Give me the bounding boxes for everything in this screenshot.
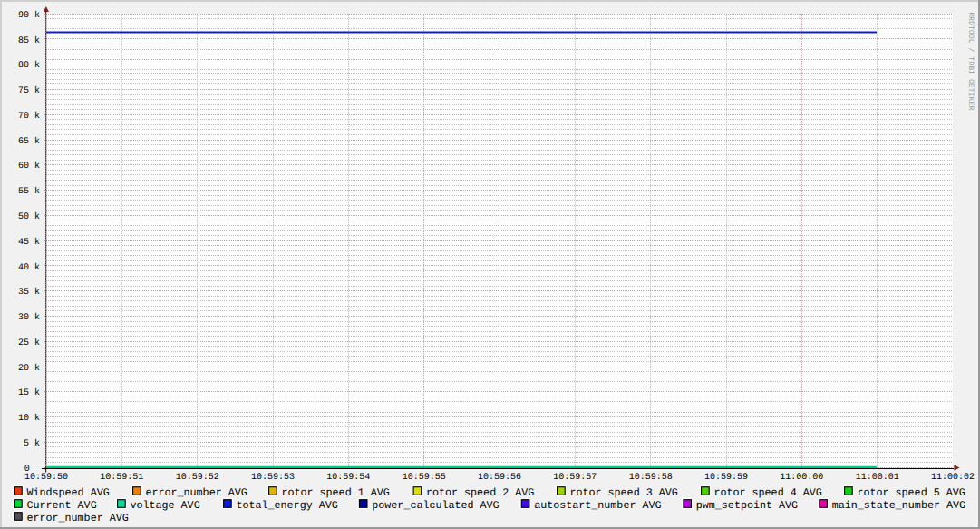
svg-text:35 k: 35 k — [18, 287, 40, 298]
svg-text:11:00:00: 11:00:00 — [780, 473, 823, 483]
svg-text:total_energy AVG: total_energy AVG — [237, 499, 338, 512]
svg-text:RRDTOOL / TOBI OETIKER: RRDTOOL / TOBI OETIKER — [966, 12, 975, 110]
svg-text:25 k: 25 k — [18, 338, 40, 348]
svg-text:10:59:59: 10:59:59 — [704, 473, 748, 483]
svg-text:15 k: 15 k — [18, 387, 40, 398]
svg-text:55 k: 55 k — [18, 186, 40, 197]
svg-text:10:59:51: 10:59:51 — [100, 473, 143, 483]
svg-text:85 k: 85 k — [18, 35, 40, 46]
svg-text:30 k: 30 k — [18, 312, 40, 323]
svg-text:60 k: 60 k — [18, 161, 40, 171]
svg-text:10:59:52: 10:59:52 — [176, 473, 219, 483]
svg-text:10 k: 10 k — [18, 413, 40, 424]
svg-text:autostart_number AVG: autostart_number AVG — [534, 499, 661, 512]
svg-text:10:59:56: 10:59:56 — [478, 473, 521, 483]
svg-text:error_number AVG: error_number AVG — [146, 486, 247, 499]
svg-text:75 k: 75 k — [18, 85, 40, 96]
svg-text:80 k: 80 k — [18, 60, 40, 71]
svg-text:voltage AVG: voltage AVG — [131, 499, 200, 512]
svg-text:rotor speed 1 AVG: rotor speed 1 AVG — [282, 486, 390, 499]
svg-text:rotor speed 5 AVG: rotor speed 5 AVG — [858, 486, 965, 499]
svg-text:power_calculated AVG: power_calculated AVG — [372, 499, 499, 512]
svg-text:11:00:02: 11:00:02 — [931, 473, 975, 483]
svg-text:Windspeed AVG: Windspeed AVG — [27, 486, 110, 499]
svg-text:90 k: 90 k — [18, 10, 40, 21]
svg-text:5 k: 5 k — [24, 438, 40, 449]
svg-text:50 k: 50 k — [18, 211, 40, 222]
svg-text:70 k: 70 k — [18, 111, 40, 122]
svg-text:45 k: 45 k — [18, 237, 40, 248]
svg-text:error_number AVG: error_number AVG — [27, 512, 129, 524]
svg-text:40 k: 40 k — [18, 262, 40, 273]
svg-text:rotor speed 4 AVG: rotor speed 4 AVG — [714, 486, 822, 499]
svg-text:11:00:01: 11:00:01 — [856, 473, 899, 483]
svg-text:10:59:55: 10:59:55 — [403, 473, 446, 483]
svg-text:10:59:50: 10:59:50 — [24, 473, 68, 483]
svg-text:10:59:57: 10:59:57 — [553, 473, 597, 483]
svg-text:Current AVG: Current AVG — [27, 499, 97, 512]
svg-text:10:59:58: 10:59:58 — [629, 473, 673, 483]
svg-text:rotor speed 2 AVG: rotor speed 2 AVG — [426, 486, 534, 499]
svg-text:10:59:53: 10:59:53 — [251, 473, 295, 483]
svg-text:10:59:54: 10:59:54 — [326, 473, 370, 483]
svg-text:65 k: 65 k — [18, 136, 40, 147]
svg-text:20 k: 20 k — [18, 363, 40, 374]
svg-text:main_state_number AVG: main_state_number AVG — [832, 499, 965, 512]
svg-text:pwm_setpoint AVG: pwm_setpoint AVG — [696, 499, 798, 512]
svg-text:rotor speed 3 AVG: rotor speed 3 AVG — [570, 486, 678, 499]
